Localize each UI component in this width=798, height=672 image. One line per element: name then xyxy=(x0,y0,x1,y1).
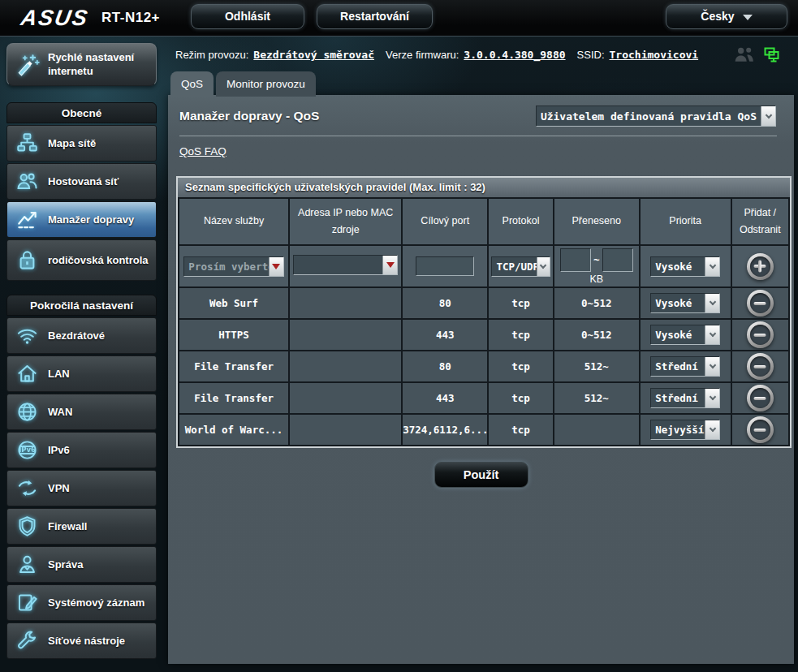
remove-rule-button[interactable] xyxy=(747,385,774,411)
rule-source xyxy=(289,287,402,319)
sidebar-item-label: Správa xyxy=(48,558,83,571)
rule-protocol: tcp xyxy=(488,319,553,351)
priority-select[interactable]: Nejvyšší xyxy=(650,420,720,440)
sidebar-item-label: Manažer dopravy xyxy=(48,213,134,226)
sidebar-item-label: LAN xyxy=(48,368,70,381)
sidebar-item-firewall[interactable]: Firewall xyxy=(6,508,157,545)
top-bar: ASUS RT-N12+ Odhlásit Restartování Česky xyxy=(0,0,798,37)
tab-traffic-monitor[interactable]: Monitor provozu xyxy=(216,71,316,97)
traffic-chart-icon xyxy=(16,209,38,230)
qos-faq-link[interactable]: QoS FAQ xyxy=(179,145,226,157)
table-caption: Seznam specifických uživatelských pravid… xyxy=(178,178,790,197)
sidebar-item-label: Mapa sítě xyxy=(48,137,96,150)
sidebar-item-vpn[interactable]: VPN xyxy=(6,470,157,506)
remove-rule-button[interactable] xyxy=(747,321,774,348)
sidebar-item-label: VPN xyxy=(48,482,70,495)
col-source-ip-mac: Adresa IP nebo MAC zdroje xyxy=(289,198,402,245)
protocol-select[interactable]: TCP/UDP xyxy=(491,256,550,277)
section-title-advanced: Pokročilá nastavení xyxy=(6,295,157,316)
firmware-version-link[interactable]: 3.0.0.4.380_9880 xyxy=(464,49,565,61)
rule-port: 443 xyxy=(402,382,488,414)
sidebar-item-label: Síťové nástroje xyxy=(48,635,125,648)
sidebar-item-label: IPv6 xyxy=(48,444,70,457)
apply-button[interactable]: Použít xyxy=(434,462,528,488)
quick-internet-setup-button[interactable]: Rychlé nastavení internetu xyxy=(6,43,157,86)
new-rule-row: Prosím vyberte xyxy=(179,245,789,287)
globe-icon xyxy=(16,401,38,423)
transfer-min-input[interactable] xyxy=(560,248,591,272)
remove-rule-button[interactable] xyxy=(747,290,774,317)
chevron-down-icon xyxy=(743,15,753,20)
sidebar-item-label: WAN xyxy=(48,406,72,419)
rule-transferred: 512~ xyxy=(554,351,640,382)
language-select[interactable]: Česky xyxy=(666,4,787,29)
rule-service: World of Warc... xyxy=(179,414,289,446)
admin-person-icon xyxy=(16,554,38,575)
router-admin-page: ASUS RT-N12+ Odhlásit Restartování Česky… xyxy=(0,0,798,672)
internet-status-icon[interactable] xyxy=(763,47,781,62)
status-info-bar: Režim provozu: Bezdrátový směrovač Verze… xyxy=(168,37,794,62)
rule-row: HTTPS 443 tcp 0~512 Vysoké xyxy=(179,319,789,351)
tab-bar: QoS Monitor provozu xyxy=(170,71,794,97)
ssid-label: SSID: xyxy=(577,49,605,61)
sidebar-item-label: Firewall xyxy=(48,520,87,533)
operation-mode-link[interactable]: Bezdrátový směrovač xyxy=(253,49,374,61)
sidebar-item-system-log[interactable]: Systémový záznam xyxy=(6,584,157,621)
priority-select[interactable]: Střední xyxy=(650,388,720,408)
page-title: Manažer dopravy - QoS xyxy=(179,109,319,123)
remove-rule-button[interactable] xyxy=(747,353,774,380)
ssid-link[interactable]: Trochimovicovi xyxy=(610,49,699,61)
source-select[interactable] xyxy=(293,255,398,275)
clients-icon[interactable] xyxy=(734,46,755,62)
table-header-row: Název služby Adresa IP nebo MAC zdroje C… xyxy=(179,198,789,245)
priority-value: Vysoké xyxy=(651,257,705,276)
transfer-unit-label: KB xyxy=(554,274,639,285)
priority-select[interactable]: Vysoké xyxy=(650,256,720,277)
chevron-down-icon xyxy=(705,389,719,407)
reboot-button[interactable]: Restartování xyxy=(317,4,433,29)
priority-select[interactable]: Střední xyxy=(650,356,720,377)
service-select[interactable]: Prosím vyberte xyxy=(183,256,283,277)
chevron-down-icon xyxy=(537,257,549,276)
shield-icon xyxy=(16,515,38,537)
qos-mode-select[interactable]: Uživatelem definovaná pravidla QoS xyxy=(536,106,776,127)
priority-select[interactable]: Vysoké xyxy=(650,293,720,313)
rule-source xyxy=(289,414,402,446)
sidebar-item-lan[interactable]: LAN xyxy=(6,355,157,392)
service-placeholder: Prosím vyberte xyxy=(184,257,268,276)
rule-source xyxy=(289,351,402,382)
quick-setup-label: Rychlé nastavení internetu xyxy=(48,51,149,78)
rule-source xyxy=(289,382,402,414)
sidebar-item-label: Bezdrátové xyxy=(48,330,105,342)
router-model: RT-N12+ xyxy=(101,10,160,26)
sidebar-item-administration[interactable]: Správa xyxy=(6,546,157,583)
logout-button[interactable]: Odhlásit xyxy=(191,4,304,29)
transfer-separator: ~ xyxy=(593,254,600,266)
sidebar-item-wireless[interactable]: Bezdrátové xyxy=(6,317,157,354)
remove-rule-button[interactable] xyxy=(747,416,774,443)
qos-rules-table: Seznam specifických uživatelských pravid… xyxy=(176,176,792,448)
transfer-max-input[interactable] xyxy=(602,248,633,272)
col-priority: Priorita xyxy=(640,198,731,245)
sidebar-item-network-map[interactable]: Mapa sítě xyxy=(6,125,157,162)
chevron-down-icon xyxy=(382,256,397,274)
sidebar-item-traffic-manager[interactable]: Manažer dopravy xyxy=(6,201,157,238)
sidebar-item-ipv6[interactable]: IPv6 IPv6 xyxy=(6,432,157,468)
sidebar-item-network-tools[interactable]: Síťové nástroje xyxy=(6,622,157,659)
add-rule-button[interactable] xyxy=(747,253,774,280)
rule-row: File Transfer 443 tcp 512~ Střední xyxy=(179,382,789,414)
rule-protocol: tcp xyxy=(488,382,553,414)
rule-transferred: 512~ xyxy=(554,382,640,414)
col-destination-port: Cílový port xyxy=(402,198,488,245)
chevron-down-icon xyxy=(705,325,719,344)
rule-transferred: 0~512 xyxy=(554,319,640,351)
sidebar-item-parental-control[interactable]: rodičovská kontrola xyxy=(6,239,157,281)
tab-qos[interactable]: QoS xyxy=(170,71,214,97)
rule-transferred xyxy=(554,414,640,446)
parental-lock-icon xyxy=(16,249,38,271)
sidebar-item-guest-network[interactable]: Hostovaná síť xyxy=(6,163,157,200)
port-input[interactable] xyxy=(416,256,474,276)
sidebar-item-wan[interactable]: WAN xyxy=(6,394,157,430)
priority-select[interactable]: Vysoké xyxy=(650,325,720,345)
sidebar-item-label: Systémový záznam xyxy=(48,597,145,610)
